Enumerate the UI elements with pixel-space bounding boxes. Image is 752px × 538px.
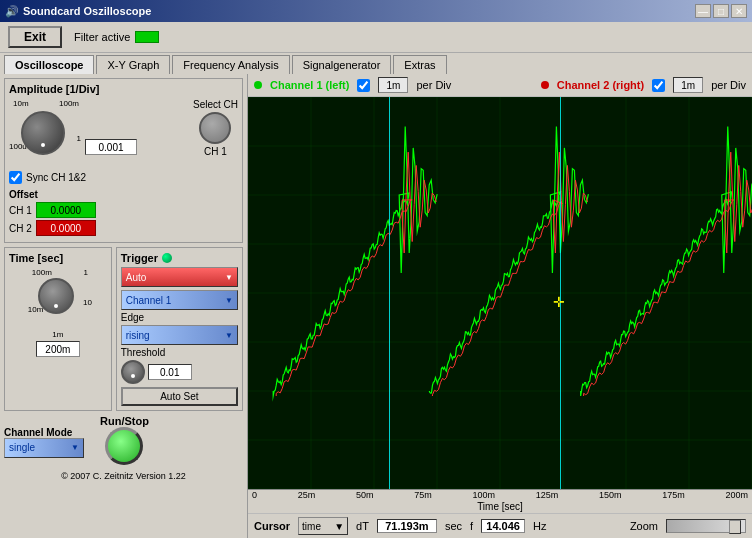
cursor-bar: Cursor time ▼ dT 71.193m sec f 14.046 Hz… [248, 513, 752, 538]
amp-label-1: 1 [77, 134, 81, 143]
ch2-per-div-input[interactable] [673, 77, 703, 93]
f-label: f [470, 520, 473, 532]
ch1-checkbox[interactable] [357, 79, 370, 92]
time-section: Time [sec] 100m 1 10 10m 1m [4, 247, 112, 411]
time-axis-area: 0 25m 50m 75m 100m 125m 150m 175m 200m T… [248, 489, 752, 513]
dt-unit: sec [445, 520, 462, 532]
cursor-label: Cursor [254, 520, 290, 532]
threshold-knob[interactable] [121, 360, 145, 384]
trigger-edge-dropdown[interactable]: rising ▼ [121, 325, 238, 345]
bottom-left: Channel Mode single ▼ Run/Stop [4, 415, 243, 465]
tab-frequency-analysis[interactable]: Frequency Analysis [172, 55, 289, 74]
grid-container [248, 97, 752, 489]
time-label-100m: 100m [32, 268, 52, 277]
ch-label: CH 1 [204, 146, 227, 157]
time-tick-125m: 125m [536, 490, 559, 500]
maximize-button[interactable]: □ [713, 4, 729, 18]
ch1-dot [254, 81, 262, 89]
filter-label: Filter active [74, 31, 130, 43]
amp-label-10m: 10m [13, 99, 29, 108]
zoom-slider[interactable] [666, 519, 746, 533]
channel-mode-label: Channel Mode [4, 427, 84, 438]
threshold-label: Threshold [121, 347, 238, 358]
right-panel: Channel 1 (left) per Div Channel 2 (righ… [248, 74, 752, 538]
offset-ch1-label: CH 1 [9, 205, 32, 216]
ch1-per-div-input[interactable] [378, 77, 408, 93]
cursor-cross: ✛ [553, 294, 567, 308]
ch-indicator[interactable] [199, 112, 231, 144]
time-label-1: 1 [83, 268, 87, 277]
minimize-button[interactable]: — [695, 4, 711, 18]
time-tick-50m: 50m [356, 490, 374, 500]
title-bar: 🔊 Soundcard Oszilloscope — □ ✕ [0, 0, 752, 22]
amplitude-knob[interactable] [21, 111, 65, 155]
trigger-led [162, 253, 172, 263]
ch2-label: Channel 2 (right) [557, 79, 644, 91]
cursor-type-dropdown[interactable]: time ▼ [298, 517, 348, 535]
time-tick-150m: 150m [599, 490, 622, 500]
time-label-1m: 1m [9, 330, 107, 339]
cursor-line-1 [389, 97, 390, 489]
zoom-label: Zoom [630, 520, 658, 532]
time-input[interactable] [36, 341, 80, 357]
dt-label: dT [356, 520, 369, 532]
close-button[interactable]: ✕ [731, 4, 747, 18]
time-title: Time [sec] [9, 252, 107, 264]
channel-row: Channel 1 (left) per Div Channel 2 (righ… [248, 74, 752, 97]
threshold-input[interactable] [148, 364, 192, 380]
trigger-title: Trigger [121, 252, 158, 264]
copyright-text: © 2007 C. Zeitnitz Version 1.22 [4, 471, 243, 481]
left-panel: Amplitude [1/Div] 10m 100m 1 100u [0, 74, 248, 538]
time-tick-100m: 100m [472, 490, 495, 500]
time-trigger-area: Time [sec] 100m 1 10 10m 1m [4, 247, 243, 411]
f-value: 14.046 [481, 519, 525, 533]
sync-label: Sync CH 1&2 [26, 172, 86, 183]
time-axis-title: Time [sec] [252, 501, 748, 512]
time-tick-75m: 75m [414, 490, 432, 500]
per-div-label-1: per Div [416, 79, 451, 91]
tab-extras[interactable]: Extras [393, 55, 446, 74]
trigger-channel-dropdown[interactable]: Channel 1 ▼ [121, 290, 238, 310]
offset-title: Offset [9, 189, 38, 200]
offset-ch2-value[interactable]: 0.0000 [36, 220, 96, 236]
offset-ch1-value[interactable]: 0.0000 [36, 202, 96, 218]
scope-display: ✛ [248, 97, 752, 489]
f-unit: Hz [533, 520, 546, 532]
filter-led [135, 31, 159, 43]
time-tick-175m: 175m [662, 490, 685, 500]
offset-ch2-label: CH 2 [9, 223, 32, 234]
run-stop-label: Run/Stop [100, 415, 149, 427]
amplitude-section: Amplitude [1/Div] 10m 100m 1 100u [4, 78, 243, 243]
time-label-10: 10 [83, 298, 92, 307]
amplitude-title: Amplitude [1/Div] [9, 83, 238, 95]
channel-mode-dropdown[interactable]: single ▼ [4, 438, 84, 458]
tab-signal-generator[interactable]: Signalgenerator [292, 55, 392, 74]
tabs-bar: Oscilloscope X-Y Graph Frequency Analysi… [0, 53, 752, 74]
run-stop-button[interactable] [105, 427, 143, 465]
tab-xy-graph[interactable]: X-Y Graph [96, 55, 170, 74]
ch2-dot [541, 81, 549, 89]
auto-set-button[interactable]: Auto Set [121, 387, 238, 406]
trigger-section: Trigger Auto ▼ Channel 1 ▼ Edge rising [116, 247, 243, 411]
time-tick-200m: 200m [725, 490, 748, 500]
title-bar-text: Soundcard Oszilloscope [23, 5, 151, 17]
time-tick-25m: 25m [298, 490, 316, 500]
sync-checkbox[interactable] [9, 171, 22, 184]
trigger-mode-dropdown[interactable]: Auto ▼ [121, 267, 238, 287]
amplitude-input[interactable] [85, 139, 137, 155]
time-knob[interactable] [38, 278, 74, 314]
dt-value: 71.193m [377, 519, 437, 533]
select-ch-label: Select CH [193, 99, 238, 110]
per-div-label-2: per Div [711, 79, 746, 91]
time-tick-0: 0 [252, 490, 257, 500]
edge-label: Edge [121, 312, 238, 323]
amp-label-100m: 100m [59, 99, 79, 108]
tab-oscilloscope[interactable]: Oscilloscope [4, 55, 94, 74]
app-icon: 🔊 [5, 5, 19, 18]
exit-button[interactable]: Exit [8, 26, 62, 48]
time-labels: 0 25m 50m 75m 100m 125m 150m 175m 200m [248, 490, 752, 500]
ch2-checkbox[interactable] [652, 79, 665, 92]
ch1-label: Channel 1 (left) [270, 79, 349, 91]
top-bar: Exit Filter active [0, 22, 752, 53]
